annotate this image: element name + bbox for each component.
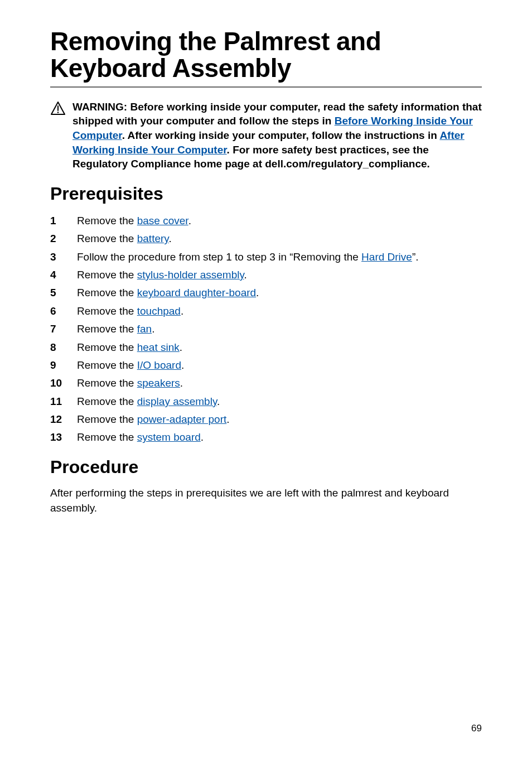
prereq-suffix: .: [244, 269, 247, 281]
prereq-prefix: Remove the: [77, 215, 137, 226]
prereq-suffix: .: [181, 359, 184, 371]
link-hard-drive[interactable]: Hard Drive: [361, 251, 412, 263]
prereq-prefix: Follow the procedure from step 1 to step…: [77, 251, 361, 263]
prereq-suffix: .: [181, 305, 183, 317]
prereq-prefix: Remove the: [77, 305, 137, 317]
link-fan[interactable]: fan: [137, 323, 152, 335]
prereq-prefix: Remove the: [77, 341, 137, 353]
warning-icon: [50, 101, 66, 118]
link-speakers[interactable]: speakers: [137, 377, 180, 389]
link-keyboard-daughter-board[interactable]: keyboard daughter-board: [137, 287, 256, 298]
list-item: Remove the keyboard daughter-board.: [50, 284, 482, 302]
prereq-suffix: ”.: [412, 251, 419, 263]
list-item: Remove the stylus-holder assembly.: [50, 266, 482, 284]
prerequisites-list: Remove the base cover. Remove the batter…: [50, 212, 482, 447]
prereq-suffix: .: [201, 431, 204, 443]
prereq-suffix: .: [180, 341, 182, 353]
prereq-suffix: .: [256, 287, 259, 298]
link-base-cover[interactable]: base cover: [137, 215, 188, 226]
prereq-prefix: Remove the: [77, 359, 137, 371]
prereq-suffix: .: [226, 413, 229, 425]
list-item: Remove the battery.: [50, 230, 482, 248]
list-item: Remove the system board.: [50, 428, 482, 446]
link-touchpad[interactable]: touchpad: [137, 305, 181, 317]
list-item: Remove the base cover.: [50, 212, 482, 230]
warning-block: WARNING: Before working inside your comp…: [50, 100, 482, 171]
link-io-board[interactable]: I/O board: [137, 359, 181, 371]
prereq-suffix: .: [168, 233, 171, 244]
link-display-assembly[interactable]: display assembly: [137, 396, 217, 407]
link-power-adapter-port[interactable]: power-adapter port: [137, 413, 227, 425]
prereq-suffix: .: [188, 215, 191, 226]
list-item: Remove the fan.: [50, 320, 482, 338]
prereq-prefix: Remove the: [77, 431, 137, 443]
prereq-prefix: Remove the: [77, 287, 137, 298]
prereq-prefix: Remove the: [77, 323, 137, 335]
link-stylus-holder[interactable]: stylus-holder assembly: [137, 269, 244, 281]
prerequisites-heading: Prerequisites: [50, 184, 482, 204]
prereq-prefix: Remove the: [77, 413, 137, 425]
prereq-prefix: Remove the: [77, 377, 137, 389]
link-system-board[interactable]: system board: [137, 431, 201, 443]
page-number: 69: [471, 723, 482, 734]
list-item: Remove the power-adapter port.: [50, 411, 482, 428]
procedure-heading: Procedure: [50, 457, 482, 478]
list-item: Remove the touchpad.: [50, 302, 482, 320]
procedure-text: After performing the steps in prerequisi…: [50, 485, 482, 516]
prereq-prefix: Remove the: [77, 233, 137, 244]
prereq-suffix: .: [217, 396, 220, 407]
prereq-suffix: .: [152, 323, 154, 335]
prereq-prefix: Remove the: [77, 269, 137, 281]
list-item: Remove the heat sink.: [50, 339, 482, 356]
link-heat-sink[interactable]: heat sink: [137, 341, 180, 353]
link-battery[interactable]: battery: [137, 233, 169, 244]
prereq-prefix: Remove the: [77, 396, 137, 407]
prereq-suffix: .: [180, 377, 183, 389]
list-item: Remove the display assembly.: [50, 393, 482, 411]
warning-part-3: . After working inside your computer, fo…: [122, 129, 440, 141]
list-item: Remove the speakers.: [50, 374, 482, 392]
warning-text: WARNING: Before working inside your comp…: [72, 100, 482, 171]
list-item: Remove the I/O board.: [50, 356, 482, 374]
page-title: Removing the Palmrest and Keyboard Assem…: [50, 28, 482, 88]
list-item: Follow the procedure from step 1 to step…: [50, 248, 482, 266]
svg-point-2: [57, 112, 59, 113]
